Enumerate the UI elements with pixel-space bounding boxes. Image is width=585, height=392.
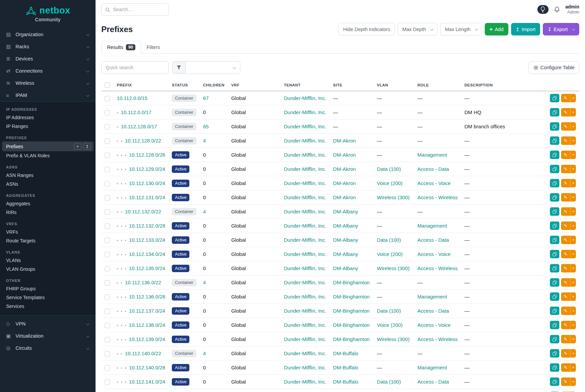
role-link[interactable]: Access - Data — [418, 379, 449, 385]
edit-button[interactable]: ✎ — [561, 335, 570, 343]
prefix-link[interactable]: 10.112.128.0/28 — [129, 152, 165, 158]
search-input[interactable] — [101, 3, 169, 16]
role-link[interactable]: Access - Wireless — [418, 194, 458, 200]
vlan-link[interactable]: Data (100) — [377, 308, 401, 314]
role-link[interactable]: Access - Data — [418, 308, 449, 314]
edit-button[interactable]: ✎ — [561, 292, 570, 301]
tenant-link[interactable]: Dunder-Mifflin, Inc. — [284, 209, 326, 214]
copy-button[interactable] — [550, 193, 559, 202]
edit-button[interactable]: ✎ — [561, 179, 570, 187]
site-link[interactable]: DM-Buffalo — [333, 365, 358, 370]
row-checkbox[interactable] — [105, 181, 110, 186]
tenant-link[interactable]: Dunder-Mifflin, Inc. — [284, 308, 326, 314]
role-link[interactable]: Management — [418, 294, 447, 299]
edit-button[interactable]: ✎ — [561, 321, 570, 329]
prefix-link[interactable]: 10.112.0.0/17 — [121, 109, 152, 115]
sidebar-item-services[interactable]: Services — [2, 302, 94, 311]
prefix-link[interactable]: 10.112.141.0/24 — [129, 379, 165, 385]
row-checkbox[interactable] — [105, 124, 110, 130]
site-link[interactable]: DM-Albany — [333, 237, 358, 243]
vlan-link[interactable]: Wireless (300) — [377, 265, 410, 271]
edit-button[interactable]: ✎ — [561, 94, 570, 102]
copy-button[interactable] — [550, 377, 559, 386]
hide-depth-indicators-button[interactable]: Hide Depth Indicators — [338, 23, 395, 35]
role-link[interactable]: Access - Wireless — [418, 336, 458, 342]
saved-filter-select[interactable] — [186, 61, 240, 74]
column-header-description[interactable]: DESCRIPTION — [461, 79, 547, 91]
children-link[interactable]: 4 — [203, 350, 206, 356]
copy-button[interactable] — [550, 122, 559, 131]
column-header-vrf[interactable]: VRF — [228, 79, 281, 91]
sidebar-item-circuits[interactable]: ◎ Circuits — [0, 342, 96, 354]
copy-button[interactable] — [550, 264, 559, 272]
sidebar-item-vrfs[interactable]: VRFs — [2, 228, 94, 236]
tenant-link[interactable]: Dunder-Mifflin, Inc. — [284, 124, 326, 129]
site-link[interactable]: DM-Binghamton — [333, 294, 370, 299]
tenant-link[interactable]: Dunder-Mifflin, Inc. — [284, 322, 326, 328]
edit-button[interactable]: ✎ — [561, 122, 570, 131]
export-button[interactable]: ↧ Export — [543, 23, 579, 35]
row-checkbox[interactable] — [105, 351, 110, 357]
prefix-link[interactable]: 10.112.130.0/24 — [129, 180, 165, 186]
import-button[interactable]: ↥ Import — [511, 23, 540, 35]
role-link[interactable]: Access - Data — [418, 237, 449, 243]
edit-button[interactable]: ✎ — [561, 136, 570, 145]
copy-button[interactable] — [550, 292, 559, 301]
row-checkbox[interactable] — [105, 280, 110, 286]
edit-dropdown-caret[interactable]: ▾ — [570, 122, 576, 131]
sidebar-item-connections[interactable]: ⇄ Connections — [0, 65, 96, 77]
edit-button[interactable]: ✎ — [561, 193, 570, 202]
children-link[interactable]: 67 — [203, 95, 209, 101]
tenant-link[interactable]: Dunder-Mifflin, Inc. — [284, 237, 326, 243]
children-link[interactable]: 4 — [203, 138, 206, 143]
prefix-link[interactable]: 10.112.128.0/22 — [125, 138, 161, 143]
copy-button[interactable] — [550, 335, 559, 343]
prefix-link[interactable]: 10.112.132.0/28 — [129, 223, 165, 229]
tenant-link[interactable]: Dunder-Mifflin, Inc. — [284, 280, 326, 285]
site-link[interactable]: DM-Akron — [333, 138, 356, 143]
edit-dropdown-caret[interactable]: ▾ — [570, 221, 576, 230]
edit-button[interactable]: ✎ — [561, 151, 570, 159]
prefix-link[interactable]: 10.112.138.0/24 — [129, 322, 165, 328]
vlan-link[interactable]: Voice (200) — [377, 322, 403, 328]
edit-dropdown-caret[interactable]: ▾ — [570, 94, 576, 102]
edit-button[interactable]: ✎ — [561, 221, 570, 230]
row-checkbox[interactable] — [105, 110, 110, 115]
edit-dropdown-caret[interactable]: ▾ — [570, 193, 576, 202]
edit-dropdown-caret[interactable]: ▾ — [570, 264, 576, 272]
role-link[interactable]: Access - Data — [418, 166, 449, 172]
copy-button[interactable] — [550, 278, 559, 287]
tenant-link[interactable]: Dunder-Mifflin, Inc. — [284, 265, 326, 271]
edit-button[interactable]: ✎ — [561, 349, 570, 358]
edit-dropdown-caret[interactable]: ▾ — [570, 151, 576, 159]
sidebar-item-organization[interactable]: ▤ Organization — [0, 28, 96, 41]
sidebar-item-rirs[interactable]: RIRs — [2, 208, 94, 217]
role-link[interactable]: Access - Voice — [418, 180, 451, 186]
import-prefix-mini-button[interactable]: ↥ — [83, 143, 91, 150]
configure-table-button[interactable]: Configure Table — [529, 61, 579, 74]
row-checkbox[interactable] — [105, 238, 110, 243]
tenant-link[interactable]: Dunder-Mifflin, Inc. — [284, 194, 326, 200]
tenant-link[interactable]: Dunder-Mifflin, Inc. — [284, 152, 326, 158]
edit-dropdown-caret[interactable]: ▾ — [570, 321, 576, 329]
tenant-link[interactable]: Dunder-Mifflin, Inc. — [284, 223, 326, 229]
row-checkbox[interactable] — [105, 138, 110, 144]
add-button[interactable]: + Add — [485, 23, 508, 35]
edit-button[interactable]: ✎ — [561, 165, 570, 173]
prefix-link[interactable]: 10.112.136.0/28 — [129, 294, 165, 299]
site-link[interactable]: DM-Albany — [333, 209, 358, 214]
sidebar-item-virtualization[interactable]: ▣ Virtualization — [0, 330, 96, 342]
sidebar-item-service-templates[interactable]: Service Templates — [2, 293, 94, 302]
column-header-children[interactable]: CHILDREN — [200, 79, 228, 91]
sidebar-item-vpn[interactable]: ◇ VPN — [0, 318, 96, 330]
sidebar-item-wireless[interactable]: ≋ Wireless — [0, 77, 96, 89]
sidebar-item-route-targets[interactable]: Route Targets — [2, 236, 94, 245]
row-checkbox[interactable] — [105, 96, 110, 101]
edit-dropdown-caret[interactable]: ▾ — [570, 250, 576, 258]
tenant-link[interactable]: Dunder-Mifflin, Inc. — [284, 251, 326, 257]
edit-dropdown-caret[interactable]: ▾ — [570, 179, 576, 187]
column-header-role[interactable]: ROLE — [414, 79, 461, 91]
vlan-link[interactable]: Wireless (300) — [377, 194, 410, 200]
sidebar-item-vlan-groups[interactable]: VLAN Groups — [2, 265, 94, 273]
column-header-prefix[interactable]: PREFIX — [113, 79, 168, 91]
